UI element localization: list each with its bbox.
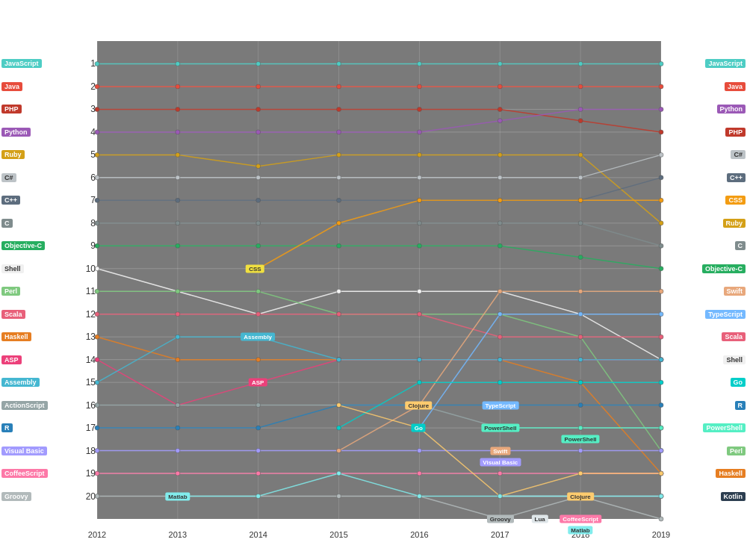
chart-lines xyxy=(97,41,661,519)
svg-point-227 xyxy=(659,494,663,499)
left-label-c#: C# xyxy=(1,173,16,182)
svg-point-94 xyxy=(256,243,261,248)
svg-point-66 xyxy=(578,152,583,157)
y-label-18: 18 xyxy=(81,446,96,456)
svg-point-63 xyxy=(337,152,341,157)
svg-point-29 xyxy=(176,61,180,66)
svg-point-144 xyxy=(417,358,421,362)
inline-label-clojure: Clojure xyxy=(406,401,433,409)
right-label-python: Python xyxy=(717,105,746,113)
svg-point-198 xyxy=(659,289,663,293)
svg-point-110 xyxy=(256,289,261,293)
left-label-haskell: Haskell xyxy=(1,332,31,341)
y-label-15: 15 xyxy=(81,377,96,388)
svg-point-47 xyxy=(337,107,341,111)
svg-point-219 xyxy=(578,426,583,430)
svg-point-162 xyxy=(578,403,583,408)
right-label-go: Go xyxy=(731,378,746,387)
inline-label-swift: Swift xyxy=(490,447,510,455)
y-label-4: 4 xyxy=(81,127,96,137)
svg-point-49 xyxy=(498,107,502,111)
svg-point-50 xyxy=(578,119,583,123)
svg-point-53 xyxy=(176,130,180,134)
svg-point-204 xyxy=(417,380,421,385)
svg-point-90 xyxy=(578,221,583,225)
chart-title xyxy=(0,0,747,9)
left-label-objective-c: Objective-C xyxy=(1,241,45,250)
svg-point-58 xyxy=(578,107,583,111)
svg-point-123 xyxy=(659,335,663,339)
svg-point-224 xyxy=(417,494,421,499)
svg-point-61 xyxy=(176,152,180,157)
svg-point-220 xyxy=(659,426,663,430)
svg-point-56 xyxy=(417,130,421,134)
y-label-6: 6 xyxy=(81,172,96,183)
svg-point-176 xyxy=(417,471,421,476)
svg-point-99 xyxy=(659,267,663,271)
inline-label-coffeescript: CoffeeScript xyxy=(560,515,601,523)
y-label-19: 19 xyxy=(81,468,96,479)
left-label-visual-basic: Visual Basic xyxy=(1,447,47,455)
svg-point-165 xyxy=(176,449,180,453)
inline-label-matlab: Matlab xyxy=(568,526,592,535)
x-label-2013: 2013 xyxy=(169,530,187,539)
left-label-java: Java xyxy=(1,82,22,91)
svg-point-64 xyxy=(417,152,421,157)
svg-point-163 xyxy=(659,403,663,408)
svg-point-196 xyxy=(498,289,502,293)
x-label-2015: 2015 xyxy=(329,530,347,539)
svg-point-207 xyxy=(659,380,663,385)
svg-point-213 xyxy=(337,403,341,408)
left-label-c++: C++ xyxy=(1,196,20,205)
svg-point-177 xyxy=(498,471,502,476)
left-label-perl: Perl xyxy=(1,287,20,296)
svg-point-147 xyxy=(659,358,663,362)
svg-point-119 xyxy=(337,312,341,317)
svg-point-38 xyxy=(256,84,261,89)
svg-point-145 xyxy=(498,358,502,362)
svg-point-77 xyxy=(176,198,180,202)
svg-point-120 xyxy=(417,312,421,317)
y-label-16: 16 xyxy=(81,400,96,411)
svg-point-71 xyxy=(337,175,341,180)
inline-label-powershell: PowerShell xyxy=(561,435,599,444)
right-label-java: Java xyxy=(725,82,746,91)
svg-point-205 xyxy=(498,380,502,385)
svg-point-171 xyxy=(659,449,663,453)
svg-point-197 xyxy=(578,289,583,293)
y-label-13: 13 xyxy=(81,332,96,342)
svg-point-91 xyxy=(659,243,663,248)
left-label-scala: Scala xyxy=(1,310,25,319)
inline-label-lua: Lua xyxy=(532,515,548,523)
svg-point-222 xyxy=(256,494,261,499)
inline-label-typescript: TypeScript xyxy=(482,401,518,409)
svg-point-31 xyxy=(337,61,341,66)
x-label-2017: 2017 xyxy=(491,530,509,539)
svg-point-55 xyxy=(337,130,341,134)
svg-point-45 xyxy=(176,107,180,111)
svg-point-67 xyxy=(659,221,663,225)
inline-label-groovy: Groovy xyxy=(487,515,514,523)
svg-point-183 xyxy=(337,494,341,499)
svg-point-88 xyxy=(417,221,421,225)
right-label-r: R xyxy=(735,401,746,410)
svg-point-62 xyxy=(256,164,261,169)
svg-point-200 xyxy=(498,312,502,317)
left-label-assembly: Assembly xyxy=(1,378,40,387)
svg-point-201 xyxy=(578,312,583,317)
svg-point-85 xyxy=(176,221,180,225)
right-label-perl: Perl xyxy=(727,447,746,455)
svg-point-65 xyxy=(498,152,502,157)
svg-point-79 xyxy=(337,198,341,202)
right-label-haskell: Haskell xyxy=(716,469,746,478)
svg-point-33 xyxy=(498,61,502,66)
svg-point-97 xyxy=(498,243,502,248)
svg-point-206 xyxy=(578,380,583,385)
right-label-objective-c: Objective-C xyxy=(702,264,746,273)
svg-point-202 xyxy=(659,312,663,317)
svg-point-73 xyxy=(498,175,502,180)
svg-point-72 xyxy=(417,175,421,180)
svg-point-39 xyxy=(337,84,341,89)
right-label-powershell: PowerShell xyxy=(703,423,746,432)
y-label-9: 9 xyxy=(81,240,96,251)
